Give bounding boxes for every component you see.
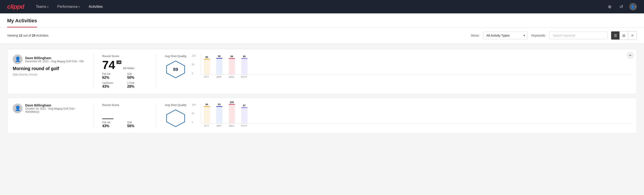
gir-value: 50% xyxy=(127,76,147,80)
grid-view-button[interactable]: ⊞ xyxy=(620,32,628,40)
view-toggle: ☰ ⊞ ≡ xyxy=(611,31,637,40)
bar-value: 89 xyxy=(243,55,246,58)
bar xyxy=(229,104,235,124)
divider xyxy=(156,103,156,128)
bar-value: 93 xyxy=(218,103,220,106)
bar-group: 87 xyxy=(241,104,248,123)
hexagon: 89 xyxy=(166,60,186,78)
user-row: 👤 Dave Billingham December 05, 2021 - Go… xyxy=(13,54,84,64)
fw-hit-label: FW Hit xyxy=(102,72,122,76)
bar xyxy=(241,107,248,123)
bar-x-label: OTT xyxy=(204,124,210,127)
bar-cap xyxy=(241,107,248,108)
bar-value: 87 xyxy=(243,104,246,107)
bar-cap xyxy=(204,106,210,107)
person-icon: 👤 xyxy=(15,56,21,62)
fw-hit-value: 62% xyxy=(102,76,122,80)
bar-chart-area: 10050085908989OTTAPPARGPUTT xyxy=(192,55,631,78)
nav-icons: ⊕ ↺ 👤 ▾ xyxy=(606,3,637,10)
bar xyxy=(241,58,248,74)
search-input[interactable] xyxy=(550,32,608,39)
gir-label: GIR xyxy=(127,72,147,76)
divider xyxy=(156,54,156,88)
quality-section: Avg Shot Quality 100500949310687OTTAPPAR… xyxy=(165,103,631,127)
bar-cap xyxy=(229,58,235,59)
user-name: Dave Billingham xyxy=(25,56,84,60)
bar-value: 85 xyxy=(205,56,208,58)
bar-x-label: ARG xyxy=(228,124,235,127)
user-row: 👤 Dave Billingham October 16, 2021 - Gog… xyxy=(13,103,84,113)
hexagon-container xyxy=(165,109,186,127)
bar xyxy=(216,106,222,123)
bar-cap xyxy=(241,58,248,59)
activity-type-select-wrapper[interactable]: All Activity Types xyxy=(483,32,528,39)
bar-value: 90 xyxy=(218,55,220,58)
bar-group: 85 xyxy=(204,56,210,74)
data-source: Data Source: Arccos xyxy=(13,73,84,76)
user-name: Dave Billingham xyxy=(25,103,84,107)
chevron-down-icon: ▾ xyxy=(47,6,48,8)
activity-card: ✏ 👤 Dave Billingham December 05, 2021 - … xyxy=(7,49,637,94)
oneputt-value: 28% xyxy=(127,84,147,88)
nav-item-performance[interactable]: Performance ▾ xyxy=(56,3,81,10)
logo[interactable]: clippd xyxy=(7,3,24,10)
round-score-section: Round Score 74 +4 18 Holes FW Hit 62% GI… xyxy=(102,54,147,88)
nav-item-teams[interactable]: Teams ▾ xyxy=(35,3,49,10)
activity-date: October 16, 2021 - Gog Magog Golf Club -… xyxy=(25,107,84,113)
navigation: clippd Teams ▾ Performance ▾ Activities … xyxy=(0,0,644,14)
chevron-down-icon: ▾ xyxy=(78,6,80,8)
fw-hit-value: 43% xyxy=(102,124,122,128)
score-line xyxy=(102,108,113,119)
viewing-text: Viewing 12 out of 29 Activities xyxy=(7,34,467,37)
activity-date: December 05, 2021 - Gog Magog Golf Club … xyxy=(25,60,84,63)
compact-view-button[interactable]: ≡ xyxy=(628,32,637,40)
quality-section: Avg Shot Quality 89 10050085908989OTTAPP… xyxy=(165,54,631,78)
hexagon-container: 89 xyxy=(165,60,186,78)
filter-bar: Viewing 12 out of 29 Activities Show: Al… xyxy=(0,28,644,44)
bar xyxy=(216,58,222,74)
user-avatar[interactable]: 👤 ▾ xyxy=(629,3,637,10)
avatar-icon: 👤 xyxy=(630,5,635,9)
round-score-label: Round Score xyxy=(102,54,147,58)
bar-x-label: OTT xyxy=(204,76,210,78)
avg-shot-quality-label: Avg Shot Quality xyxy=(165,54,186,58)
svg-marker-2 xyxy=(167,110,185,127)
divider xyxy=(93,54,93,88)
svg-text:89: 89 xyxy=(173,67,178,72)
bar-cap xyxy=(216,106,222,107)
bar-x-label: APP xyxy=(216,76,222,78)
round-score-row: 74 +4 18 Holes xyxy=(102,59,147,71)
round-score-row xyxy=(102,108,147,119)
add-icon[interactable]: ⊕ xyxy=(606,3,613,10)
page-title: My Activities xyxy=(7,14,37,28)
nav-item-activities[interactable]: Activities xyxy=(88,3,104,10)
bar-x-label: PUTT xyxy=(241,76,247,78)
bar-value: 89 xyxy=(230,55,233,58)
bar xyxy=(229,58,235,74)
activity-title: Morning round of golf xyxy=(13,66,84,71)
bar-cap xyxy=(204,59,210,60)
bar-x-label: PUTT xyxy=(241,124,247,127)
bar-group: 89 xyxy=(229,55,235,74)
activity-type-select[interactable]: All Activity Types xyxy=(483,32,528,39)
bar-cap xyxy=(216,58,222,59)
bar-group: 89 xyxy=(241,55,248,74)
bar-group: 90 xyxy=(216,55,222,74)
refresh-icon[interactable]: ↺ xyxy=(618,3,625,10)
page-header: My Activities xyxy=(0,14,644,28)
fw-hit-label: FW Hit xyxy=(102,121,122,124)
gir-label: GIR xyxy=(127,121,147,124)
updown-value: 43% xyxy=(102,84,122,88)
bar xyxy=(204,59,210,74)
bar-value: 94 xyxy=(205,103,208,106)
list-view-button[interactable]: ☰ xyxy=(611,32,620,40)
divider xyxy=(93,103,93,128)
holes-label: 18 Holes xyxy=(123,66,134,71)
avatar: 👤 xyxy=(13,54,22,64)
round-score-value: 74 xyxy=(102,59,115,71)
avatar-chevron: ▾ xyxy=(635,6,636,8)
oneputt-label: 1 Putt xyxy=(127,82,147,84)
activities-list: ✏ 👤 Dave Billingham December 05, 2021 - … xyxy=(0,44,644,142)
bar-cap xyxy=(229,104,235,105)
round-score-label: Round Score xyxy=(102,103,147,107)
